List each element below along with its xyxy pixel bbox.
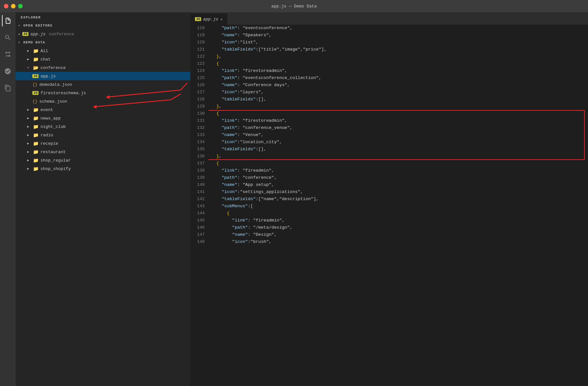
window-controls[interactable] [4, 4, 23, 8]
folder-shop-regular[interactable]: ▶ 📁 shop_regular [16, 156, 190, 165]
line-number: 134 [190, 139, 205, 146]
no-icon[interactable] [2, 65, 14, 77]
close-icon[interactable]: ✕ [18, 32, 20, 36]
code-line: }, [211, 103, 588, 110]
folder-chat[interactable]: ▶ 📁 chat [16, 55, 190, 63]
line-numbers: 1181191201211221231241251261271281291301… [190, 25, 209, 386]
line-number: 143 [190, 203, 205, 210]
folder-restaurant[interactable]: ▶ 📁 restaurant [16, 148, 190, 156]
code-editor[interactable]: 1181191201211221231241251261271281291301… [190, 25, 588, 386]
maximize-button[interactable] [18, 4, 23, 8]
file-schema-json[interactable]: {} schema.json [16, 97, 190, 106]
code-line: "tableFields":["name","description"], [211, 196, 588, 203]
line-number: 138 [190, 167, 205, 174]
folder-event[interactable]: ▶ 📁 event [16, 106, 190, 114]
line-number: 137 [190, 160, 205, 167]
line-number: 135 [190, 146, 205, 153]
code-line: "tableFields":["title","image","price"], [211, 46, 588, 53]
folder-night-club[interactable]: ▶ 📁 night_club [16, 122, 190, 131]
line-number: 126 [190, 82, 205, 89]
code-line: "name": "Speakers", [211, 32, 588, 39]
code-line: "tableFields":[], [211, 96, 588, 103]
line-number: 146 [190, 224, 205, 231]
line-number: 139 [190, 174, 205, 181]
line-number: 128 [190, 96, 205, 103]
chevron-down-icon: ▾ [18, 40, 22, 44]
chevron-right-icon: ▶ [27, 142, 31, 145]
folder-open-icon: 📂 [33, 65, 39, 71]
close-button[interactable] [4, 4, 8, 8]
code-line: "link": "firestoreadmin", [211, 67, 588, 74]
source-control-icon[interactable] [2, 49, 14, 60]
chevron-right-icon: ▶ [27, 57, 31, 61]
folder-icon: 📁 [33, 166, 39, 172]
activity-bar [0, 12, 16, 386]
tab-bar: JS app.js ✕ [190, 12, 588, 25]
code-line: "path": "eventsconference_collection", [211, 74, 588, 82]
line-number: 123 [190, 60, 205, 67]
line-number: 148 [190, 238, 205, 245]
chevron-right-icon: ▶ [27, 108, 31, 112]
line-number: 132 [190, 124, 205, 131]
folder-radio[interactable]: ▶ 📁 radio [16, 131, 190, 139]
code-line: "icon":"settings_applications", [211, 188, 588, 196]
line-number: 136 [190, 153, 205, 160]
code-line: "subMenus":[ [211, 203, 588, 210]
copy-icon[interactable] [2, 82, 14, 94]
chevron-right-icon: ▶ [27, 167, 31, 171]
window-title: app.js — Demo Data [271, 4, 317, 9]
chevron-right-icon: ▶ [27, 125, 31, 129]
tab-label: app.js [203, 17, 218, 22]
line-number: 119 [190, 32, 205, 39]
sidebar: EXPLORER ▾ OPEN EDITORS ✕ JS app.js conf… [16, 12, 190, 386]
editor-area: JS app.js ✕ 1181191201211221231241251261… [190, 12, 588, 386]
line-number: 127 [190, 89, 205, 96]
line-number: 122 [190, 53, 205, 60]
code-line: "link": "firestoreadmin", [211, 117, 588, 124]
tab-js-icon: JS [195, 17, 201, 21]
code-line: "path": "conference", [211, 174, 588, 181]
line-number: 133 [190, 131, 205, 139]
json-icon: {} [32, 99, 38, 104]
tab-close-button[interactable]: ✕ [220, 17, 223, 22]
chevron-right-icon: ▶ [27, 49, 31, 53]
files-icon[interactable] [2, 15, 14, 27]
open-file-name[interactable]: app.js [30, 32, 46, 37]
line-number: 147 [190, 231, 205, 238]
demo-data-header[interactable]: ▾ DEMO DATA [16, 38, 190, 47]
js-icon: JS [32, 74, 39, 78]
chevron-right-icon: ▶ [27, 158, 31, 162]
line-number: 142 [190, 196, 205, 203]
code-line: { [211, 160, 588, 167]
folder-recepie[interactable]: ▶ 📁 recepie [16, 139, 190, 148]
line-number: 130 [190, 110, 205, 117]
line-number: 118 [190, 25, 205, 32]
folder-shop-shopify[interactable]: ▶ 📁 shop_shopify [16, 165, 190, 173]
open-editors-header[interactable]: ▾ OPEN EDITORS [16, 21, 190, 30]
tab-app-js[interactable]: JS app.js ✕ [190, 13, 227, 25]
folder-icon: 📁 [33, 132, 39, 138]
chevron-right-icon: ▶ [27, 116, 31, 120]
folder-icon: 📁 [33, 124, 39, 130]
code-line: "name": "Design", [211, 231, 588, 238]
folder-all[interactable]: ▶ 📁 All [16, 47, 190, 55]
code-line: { [211, 210, 588, 217]
folder-icon: 📁 [33, 48, 39, 54]
file-firestoreschema[interactable]: JS firestoreschema.js [16, 89, 190, 97]
code-line: "link": "fireadmin", [211, 217, 588, 224]
chevron-down-icon: ▾ [27, 66, 31, 70]
file-demodata-json[interactable]: {} demodata.json [16, 80, 190, 89]
folder-icon: 📁 [33, 141, 39, 146]
open-editor-item[interactable]: ✕ JS app.js conference [16, 30, 190, 38]
folder-conference[interactable]: ▾ 📂 conference [16, 63, 190, 72]
line-number: 141 [190, 188, 205, 196]
line-number: 121 [190, 46, 205, 53]
folder-news-app[interactable]: ▶ 📁 news_app [16, 114, 190, 122]
json-icon: {} [32, 82, 38, 87]
file-app-js[interactable]: JS app.js [16, 72, 190, 80]
minimize-button[interactable] [11, 4, 16, 8]
code-line: "link": "fireadmin", [211, 167, 588, 174]
chevron-right-icon: ▶ [27, 133, 31, 137]
search-icon[interactable] [2, 32, 14, 43]
line-number: 129 [190, 103, 205, 110]
